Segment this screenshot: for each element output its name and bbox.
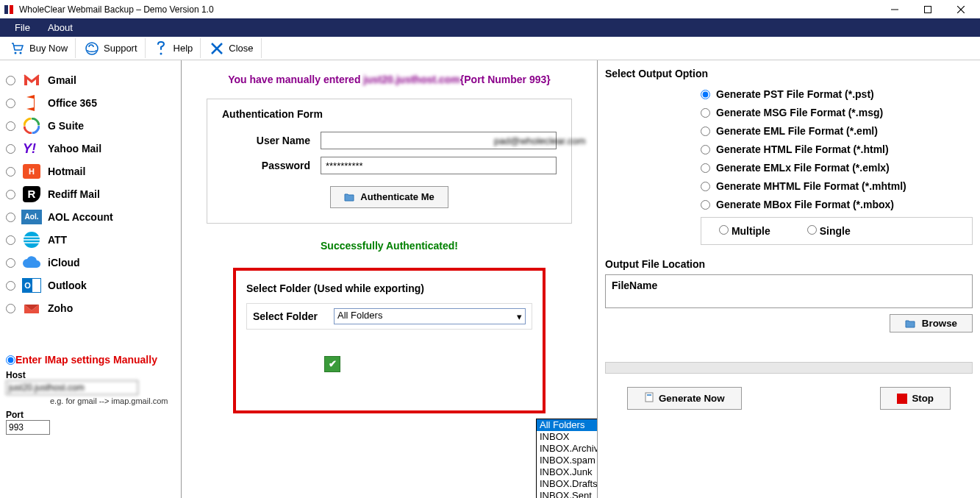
provider-radio-rediff[interactable]: [6, 190, 15, 199]
auth-form: Authentication Form User Name pad@wholec…: [207, 99, 572, 224]
single-radio[interactable]: [807, 225, 817, 235]
output-radio-2[interactable]: [701, 127, 710, 136]
port-label: Port: [6, 410, 175, 420]
gmail-icon: [21, 71, 42, 89]
output-option-1[interactable]: Generate MSG File Format (*.msg): [701, 107, 973, 118]
output-option-3[interactable]: Generate HTML File Format (*.html): [701, 143, 973, 155]
output-title: Select Output Option: [605, 68, 973, 79]
authenticate-button[interactable]: Authenticate Me: [330, 186, 448, 208]
provider-outlook[interactable]: OOutlook: [6, 277, 175, 294]
help-icon: [154, 41, 169, 56]
password-input[interactable]: [321, 157, 557, 174]
output-option-label: Generate EML File Format (*.eml): [716, 125, 878, 137]
provider-radio-aol[interactable]: [6, 213, 15, 222]
stop-button[interactable]: Stop: [880, 387, 951, 410]
buy-now-button[interactable]: Buy Now: [3, 38, 76, 58]
menu-file[interactable]: File: [6, 20, 39, 35]
multiple-radio[interactable]: [719, 225, 729, 235]
provider-radio-icloud[interactable]: [6, 258, 15, 268]
username-label: User Name: [222, 135, 310, 146]
menu-about[interactable]: About: [39, 20, 82, 35]
progress-bar: [605, 362, 973, 374]
output-option-0[interactable]: Generate PST File Format (*.pst): [701, 88, 973, 100]
provider-label: Rediff Mail: [48, 188, 100, 200]
gsuite-icon: [21, 117, 42, 135]
output-radio-5[interactable]: [701, 182, 710, 191]
provider-yahoo[interactable]: Y!Yahoo Mail: [6, 140, 175, 157]
provider-radio-zoho[interactable]: [6, 304, 15, 313]
dropdown-item-1[interactable]: INBOX: [537, 431, 598, 443]
folder-dropdown[interactable]: All FoldersINBOXINBOX.ArchiveINBOX.spamI…: [536, 419, 598, 498]
provider-label: Office 365: [48, 97, 97, 109]
dropdown-item-4[interactable]: INBOX.Junk: [537, 466, 598, 478]
output-option-2[interactable]: Generate EML File Format (*.eml): [701, 125, 973, 137]
maximize-button[interactable]: [911, 0, 944, 18]
svg-rect-18: [645, 393, 653, 402]
output-option-6[interactable]: Generate MBox File Format (*.mbox): [701, 199, 973, 210]
close-button[interactable]: Close: [202, 38, 261, 58]
close-window-button[interactable]: [944, 0, 977, 18]
provider-radio-att[interactable]: [6, 235, 15, 245]
provider-radio-outlook[interactable]: [6, 281, 15, 291]
dropdown-item-5[interactable]: INBOX.Drafts: [537, 478, 598, 490]
buy-now-label: Buy Now: [29, 43, 68, 54]
close-icon: [210, 41, 224, 56]
provider-icloud[interactable]: iCloud: [6, 254, 175, 271]
provider-radio-yahoo[interactable]: [6, 144, 15, 154]
provider-aol[interactable]: Aol.AOL Account: [6, 208, 175, 226]
output-option-label: Generate MHTML File Format (*.mhtml): [716, 180, 906, 192]
svg-rect-1: [10, 5, 13, 14]
provider-office365[interactable]: Office 365: [6, 94, 175, 112]
provider-zoho[interactable]: Zoho: [6, 299, 175, 317]
center-panel: You have manually entered just20.justhos…: [182, 60, 598, 498]
provider-att[interactable]: ATT: [6, 231, 175, 249]
provider-label: G Suite: [48, 120, 84, 132]
provider-hotmail[interactable]: HHotmail: [6, 163, 175, 180]
output-radio-1[interactable]: [701, 108, 710, 118]
output-radio-3[interactable]: [701, 145, 710, 154]
output-location-title: Output File Location: [605, 258, 973, 270]
svg-rect-0: [4, 5, 8, 14]
output-radio-4[interactable]: [701, 163, 710, 173]
provider-gsuite[interactable]: G Suite: [6, 117, 175, 135]
dropdown-item-0[interactable]: All Folders: [537, 419, 598, 431]
dropdown-item-2[interactable]: INBOX.Archive: [537, 443, 598, 455]
provider-panel: GmailOffice 365G SuiteY!Yahoo MailHHotma…: [0, 60, 182, 498]
success-message: Successfully Authenticated!: [196, 240, 582, 252]
yahoo-icon: Y!: [21, 140, 42, 157]
provider-radio-gmail[interactable]: [6, 76, 15, 85]
browse-button[interactable]: Browse: [890, 314, 973, 332]
output-option-label: Generate EMLx File Format (*.emlx): [716, 162, 890, 174]
support-icon: [85, 41, 99, 56]
help-button[interactable]: Help: [147, 38, 201, 58]
check-icon: ✔: [324, 356, 340, 372]
svg-text:Y!: Y!: [23, 141, 36, 156]
provider-radio-gsuite[interactable]: [6, 121, 15, 131]
provider-radio-office365[interactable]: [6, 99, 15, 108]
provider-gmail[interactable]: Gmail: [6, 71, 175, 89]
support-button[interactable]: Support: [77, 38, 146, 58]
output-option-4[interactable]: Generate EMLx File Format (*.emlx): [701, 162, 973, 174]
imap-manual-radio[interactable]: [6, 355, 15, 365]
imap-manual-label: Enter IMap settings Manually: [15, 354, 157, 366]
att-icon: [21, 231, 42, 249]
generate-button[interactable]: Generate Now: [627, 387, 742, 410]
dropdown-item-3[interactable]: INBOX.spam: [537, 455, 598, 466]
dropdown-item-6[interactable]: INBOX.Sent: [537, 490, 598, 498]
output-radio-0[interactable]: [701, 90, 710, 99]
port-input[interactable]: [6, 420, 50, 435]
host-input[interactable]: [6, 380, 138, 395]
output-option-5[interactable]: Generate MHTML File Format (*.mhtml): [701, 180, 973, 192]
host-hint: e.g. for gmail --> imap.gmail.com: [50, 396, 175, 405]
provider-radio-hotmail[interactable]: [6, 167, 15, 177]
provider-rediff[interactable]: RRediff Mail: [6, 185, 175, 203]
folder-open-icon: [905, 319, 915, 328]
generate-icon: [644, 392, 654, 405]
folder-select[interactable]: All Folders ▾: [334, 308, 526, 324]
chevron-down-icon: ▾: [517, 311, 522, 322]
titlebar: WholeClear Webmail Backup – Demo Version…: [0, 0, 980, 18]
minimize-button[interactable]: [878, 0, 911, 18]
provider-label: Outlook: [48, 280, 87, 291]
output-radio-6[interactable]: [701, 200, 710, 210]
icloud-icon: [21, 254, 42, 271]
